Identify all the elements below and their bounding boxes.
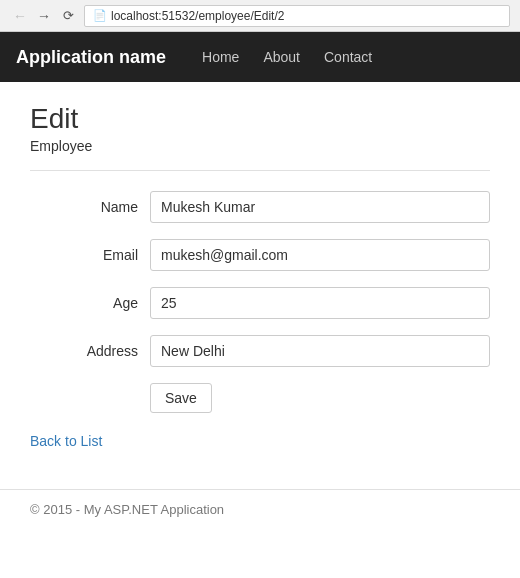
footer: © 2015 - My ASP.NET Application [0, 490, 520, 529]
navbar-links: Home About Contact [190, 35, 384, 79]
back-to-list-link[interactable]: Back to List [30, 433, 102, 449]
browser-navigation: ← → ⟳ [10, 6, 78, 26]
navbar: Application name Home About Contact [0, 32, 520, 82]
address-label: Address [30, 343, 150, 359]
navbar-brand[interactable]: Application name [16, 47, 166, 68]
email-field-group: Email [30, 239, 490, 271]
url-text: localhost:51532/employee/Edit/2 [111, 9, 284, 23]
nav-contact[interactable]: Contact [312, 35, 384, 79]
page-title: Edit [30, 102, 490, 136]
name-field-group: Name [30, 191, 490, 223]
address-bar[interactable]: 📄 localhost:51532/employee/Edit/2 [84, 5, 510, 27]
name-label: Name [30, 199, 150, 215]
refresh-button[interactable]: ⟳ [58, 6, 78, 26]
page-icon: 📄 [93, 9, 107, 22]
address-field-group: Address [30, 335, 490, 367]
age-label: Age [30, 295, 150, 311]
nav-about[interactable]: About [251, 35, 312, 79]
forward-button[interactable]: → [34, 6, 54, 26]
age-field-group: Age [30, 287, 490, 319]
nav-home[interactable]: Home [190, 35, 251, 79]
back-button[interactable]: ← [10, 6, 30, 26]
form-actions: Save [150, 383, 490, 413]
title-divider [30, 170, 490, 171]
back-to-list-container: Back to List [30, 433, 490, 449]
address-input[interactable] [150, 335, 490, 367]
browser-chrome: ← → ⟳ 📄 localhost:51532/employee/Edit/2 [0, 0, 520, 32]
edit-form: Name Email Age Address Save [30, 191, 490, 413]
name-input[interactable] [150, 191, 490, 223]
age-input[interactable] [150, 287, 490, 319]
email-label: Email [30, 247, 150, 263]
page-subtitle: Employee [30, 138, 490, 154]
main-content: Edit Employee Name Email Age Address Sav… [0, 82, 520, 469]
save-button[interactable]: Save [150, 383, 212, 413]
email-input[interactable] [150, 239, 490, 271]
footer-text: © 2015 - My ASP.NET Application [30, 502, 224, 517]
